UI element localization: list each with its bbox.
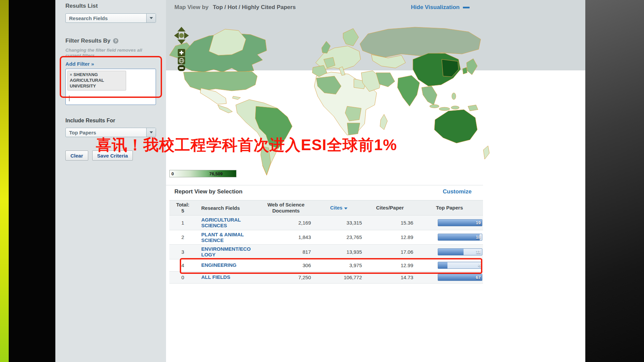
region-south-america — [236, 100, 292, 175]
zoom-in-icon — [178, 49, 185, 56]
region-europe — [312, 28, 361, 77]
cites-value: 106,772 — [314, 275, 364, 280]
map-color-scale-legend: 0 76,509 — [169, 170, 236, 177]
top-papers-bar: 18 — [438, 234, 482, 241]
map-view-title: Map View by Top / Hot / Highly Cited Pap… — [174, 4, 296, 11]
chevron-down-icon — [146, 14, 156, 22]
map-title-main: Top / Hot / Highly Cited Papers — [213, 4, 296, 10]
filter-change-note: Changing the filter field removes all cu… — [65, 48, 158, 58]
legend-max-value: 76,509 — [209, 171, 223, 176]
add-filter-link[interactable]: Add Filter » — [65, 61, 94, 67]
docs-value: 2,169 — [258, 220, 314, 226]
top-papers-value: 4 — [478, 262, 481, 268]
report-table: Total: 5 Research Fields Web of Science … — [169, 200, 483, 284]
include-results-heading: Include Results For — [65, 118, 156, 124]
results-list-selected-value: Research Fields — [66, 15, 146, 21]
cites-value: 13,935 — [314, 249, 364, 255]
chevron-down-icon — [146, 128, 156, 137]
hide-visualization-link[interactable]: Hide Visualization — [411, 4, 470, 11]
filter-tag: ×SHENYANG AGRICULTURAL UNIVERSITY — [67, 71, 126, 90]
top-papers-value: 19 — [476, 220, 481, 226]
row-rank: 4 — [169, 262, 196, 268]
cites-per-paper-value: 12.99 — [364, 262, 416, 268]
zoom-out-icon — [178, 65, 185, 71]
results-list-dropdown[interactable]: Research Fields — [65, 13, 156, 23]
cites-per-paper-value: 15.36 — [364, 220, 416, 226]
table-header-row: Total: 5 Research Fields Web of Science … — [169, 200, 483, 216]
help-icon[interactable]: ? — [113, 38, 118, 44]
legend-min-value: 0 — [171, 171, 174, 176]
sort-desc-icon — [344, 207, 347, 209]
cites-value: 3,975 — [314, 262, 364, 268]
table-row-plant-animal-science: 2 PLANT & ANIMAL SCIENCE 1,843 23,765 12… — [169, 230, 483, 245]
top-papers-value: 11 — [476, 249, 481, 255]
globe-reset-icon — [178, 57, 185, 64]
region-asia — [360, 27, 481, 111]
col-top-papers: Top Papers — [416, 205, 483, 211]
field-link[interactable]: PLANT & ANIMAL SCIENCE — [196, 232, 258, 243]
main-content: Map View by Top / Hot / Highly Cited Pap… — [166, 0, 585, 362]
field-link[interactable]: ENVIRONMENT/ECOLOGY — [196, 246, 258, 258]
minus-icon — [463, 7, 470, 8]
pan-control-icon — [174, 27, 189, 44]
map-title-prefix: Map View by — [174, 4, 209, 10]
report-view-title: Report View by Selection — [174, 188, 243, 195]
row-rank: 3 — [169, 249, 196, 255]
region-oceania — [434, 105, 489, 159]
map-controls[interactable] — [173, 27, 190, 78]
top-papers-value: 67 — [476, 274, 481, 281]
top-papers-bar: 11 — [438, 248, 482, 255]
table-row-all-fields: 0 ALL FIELDS 7,250 106,772 14.73 67 — [169, 272, 483, 284]
docs-value: 7,250 — [258, 275, 314, 280]
text-cursor — [69, 96, 69, 101]
sidebar: Results List Research Fields Filter Resu… — [55, 0, 166, 362]
cites-value: 33,315 — [314, 220, 364, 226]
desktop-edge-strip — [0, 0, 9, 362]
desktop-right-shadow — [585, 0, 644, 362]
cites-per-paper-value: 12.89 — [364, 234, 416, 240]
filter-input-box[interactable]: ×SHENYANG AGRICULTURAL UNIVERSITY — [65, 69, 156, 105]
col-documents: Web of Science Documents — [258, 202, 314, 214]
clear-button[interactable]: Clear — [65, 150, 88, 161]
table-row-engineering: 4 ENGINEERING 306 3,975 12.99 4 — [169, 259, 483, 272]
report-view-header: Report View by Selection Customize — [166, 185, 483, 199]
field-link[interactable]: AGRICULTURAL SCIENCES — [196, 217, 258, 229]
save-criteria-button[interactable]: Save Criteria — [92, 150, 133, 161]
world-map-svg — [166, 22, 585, 183]
top-papers-bar: 67 — [438, 274, 482, 281]
field-link[interactable]: ALL FIELDS — [196, 274, 258, 280]
col-cites-per-paper: Cites/Paper — [364, 205, 416, 211]
docs-value: 817 — [258, 249, 314, 255]
table-row-environment-ecology: 3 ENVIRONMENT/ECOLOGY 817 13,935 17.06 1… — [169, 245, 483, 259]
cites-value: 23,765 — [314, 234, 364, 240]
esi-application-window: Results List Research Fields Filter Resu… — [55, 0, 585, 362]
remove-filter-icon[interactable]: × — [70, 72, 72, 77]
col-cites-sort[interactable]: Cites — [314, 205, 364, 211]
cites-per-paper-value: 17.06 — [364, 249, 416, 255]
field-link[interactable]: ENGINEERING — [196, 262, 258, 268]
row-rank: 0 — [169, 275, 196, 280]
docs-value: 306 — [258, 262, 314, 268]
top-papers-bar: 4 — [438, 262, 482, 269]
top-papers-value: 18 — [476, 234, 481, 240]
total-count-header: Total: 5 — [169, 202, 196, 214]
col-research-fields: Research Fields — [196, 205, 258, 211]
table-row-agricultural-sciences: 1 AGRICULTURAL SCIENCES 2,169 33,315 15.… — [169, 216, 483, 230]
row-rank: 1 — [169, 220, 196, 226]
desktop-background: Results List Research Fields Filter Resu… — [0, 0, 644, 362]
results-list-heading: Results List — [65, 3, 156, 9]
top-papers-bar: 19 — [438, 219, 482, 226]
row-rank: 2 — [169, 234, 196, 240]
cites-per-paper-value: 14.73 — [364, 275, 416, 280]
customize-link[interactable]: Customize — [443, 188, 472, 195]
include-results-dropdown[interactable]: Top Papers — [65, 128, 156, 137]
filter-results-by-heading: Filter Results By — [65, 38, 110, 44]
include-results-selected-value: Top Papers — [66, 130, 146, 135]
docs-value: 1,843 — [258, 234, 314, 240]
world-map-choropleth[interactable] — [166, 22, 585, 183]
filter-tag-label: SHENYANG AGRICULTURAL UNIVERSITY — [70, 72, 104, 88]
